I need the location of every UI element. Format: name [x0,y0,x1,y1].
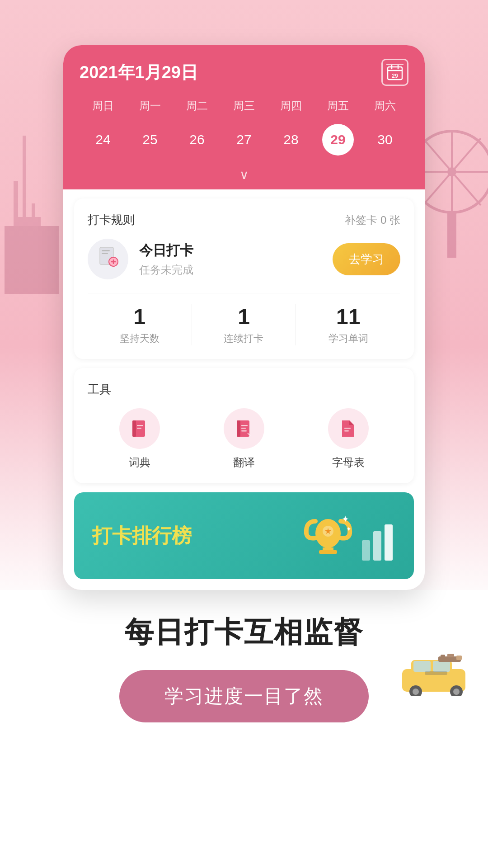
checkin-card: 打卡规则 补签卡 0 张 今日打卡 任务未完成 [74,198,414,359]
alphabet-icon [338,419,358,439]
svg-rect-44 [385,524,393,561]
tools-title: 工具 [88,382,400,397]
tool-translate[interactable]: 翻译 [192,408,296,470]
date-29-active[interactable]: 29 [322,124,354,156]
svg-text:✦: ✦ [346,525,352,533]
svg-point-52 [453,689,460,695]
svg-text:29: 29 [392,73,398,79]
date-24[interactable]: 24 [87,124,119,156]
tower-decoration [0,136,63,294]
stats-row: 1 坚持天数 1 连续打卡 11 学习单词 [88,293,400,345]
weekday-sat: 周六 [361,95,408,117]
taxi-decoration [398,651,479,696]
ranking-highlight: 排行榜 [132,524,192,547]
ranking-banner[interactable]: 打卡排行榜 ★ ✦ ✦ [74,492,414,579]
svg-rect-43 [373,531,381,561]
book-icon [130,419,150,439]
calendar-header: 2021年1月29日 29 周日 周一 周二 周三 周四 周五 周六 24 [63,45,425,189]
supplement-card-label[interactable]: 补签卡 0 张 [345,213,400,227]
weekdays-row: 周日 周一 周二 周三 周四 周五 周六 [80,95,408,117]
svg-point-50 [413,689,419,695]
trophy-area: ★ ✦ ✦ [301,509,396,563]
svg-rect-56 [447,654,454,657]
svg-rect-53 [425,671,447,675]
svg-rect-25 [137,425,143,426]
date-25[interactable]: 25 [134,124,166,156]
date-28[interactable]: 28 [275,124,307,156]
alphabet-icon-wrapper [328,408,369,449]
dictionary-label: 词典 [129,455,150,470]
svg-rect-24 [132,420,136,437]
stat-consecutive-number: 1 [238,304,250,329]
calendar-title: 2021年1月29日 [80,61,198,84]
alphabet-label: 字母表 [332,455,365,470]
ranking-text: 打卡排行榜 [92,523,192,549]
svg-rect-34 [344,430,349,432]
checkin-icon-wrapper [88,239,128,279]
date-30[interactable]: 30 [369,124,401,156]
weekday-fri: 周五 [314,95,361,117]
main-slogan: 每日打卡互相监督 [18,613,470,652]
svg-rect-11 [447,212,456,258]
stat-consecutive: 1 连续打卡 [192,304,296,345]
checkin-today-label: 今日打卡 [139,241,333,260]
weekday-wed: 周三 [221,95,267,117]
svg-rect-33 [344,428,351,429]
weekday-sun: 周日 [80,95,127,117]
ranking-prefix: 打卡 [92,524,132,547]
dictionary-icon-wrapper [119,408,160,449]
tools-card: 工具 词典 [74,368,414,483]
tool-alphabet[interactable]: 字母表 [296,408,400,470]
svg-rect-3 [5,226,59,294]
stat-consecutive-label: 连续打卡 [224,332,263,345]
svg-rect-37 [319,550,337,554]
stat-words-number: 11 [336,304,360,329]
svg-rect-57 [456,656,462,660]
svg-text:★: ★ [324,527,332,536]
go-study-button[interactable]: 去学习 [333,243,400,275]
calendar-chevron[interactable]: ∨ [80,163,408,189]
svg-rect-30 [241,428,246,429]
translate-icon-wrapper [224,408,264,449]
cta-button[interactable]: 学习进度一目了然 [119,670,369,722]
svg-rect-47 [413,661,431,672]
stat-words-label: 学习单词 [328,332,368,345]
svg-rect-28 [237,420,240,437]
date-26[interactable]: 26 [181,124,213,156]
svg-rect-48 [433,661,450,672]
svg-rect-18 [102,250,110,251]
svg-rect-19 [102,253,108,254]
checkin-title: 打卡规则 [88,212,135,228]
trophy-icon: ★ ✦ ✦ [301,509,355,563]
stat-words: 11 学习单词 [296,304,400,345]
svg-rect-4 [18,217,41,226]
checkin-info: 今日打卡 任务未完成 [139,241,333,277]
svg-rect-26 [137,428,141,429]
stat-persist-number: 1 [133,304,145,329]
stat-persist-label: 坚持天数 [120,332,160,345]
svg-rect-29 [241,425,248,426]
weekday-mon: 周一 [127,95,174,117]
checkin-subtitle: 任务未完成 [139,263,333,277]
tools-row: 词典 翻译 [88,408,400,470]
checkin-task-icon [96,245,120,273]
svg-rect-42 [362,540,370,561]
tool-dictionary[interactable]: 词典 [88,408,192,470]
weekday-tue: 周二 [174,95,221,117]
svg-text:✦: ✦ [342,514,349,524]
date-27[interactable]: 27 [228,124,260,156]
calendar-icon[interactable]: 29 [381,59,408,86]
translate-icon [234,419,254,439]
weekday-thu: 周四 [267,95,314,117]
svg-rect-55 [441,655,445,657]
phone-frame: 2021年1月29日 29 周日 周一 周二 周三 周四 周五 周六 24 [63,45,425,590]
translate-label: 翻译 [233,455,255,470]
dates-row: 24 25 26 27 28 29 30 [80,124,408,163]
svg-rect-31 [241,430,247,432]
stat-persist-days: 1 坚持天数 [88,304,192,345]
bar-chart-icon [360,518,396,563]
